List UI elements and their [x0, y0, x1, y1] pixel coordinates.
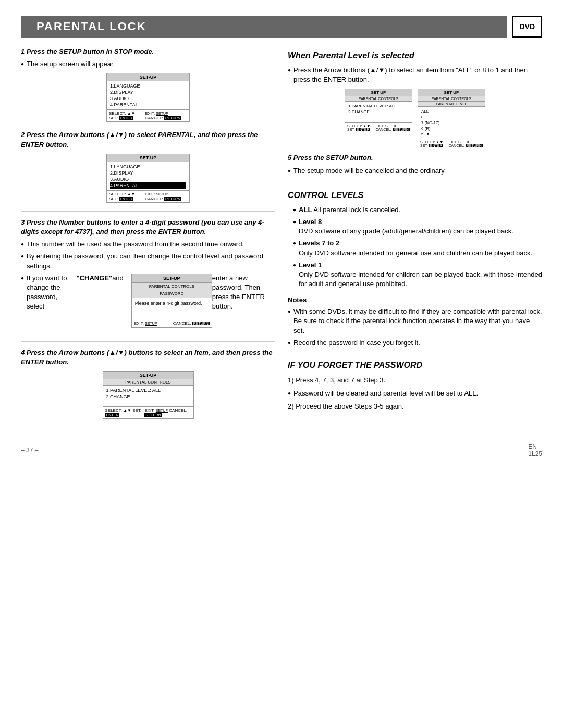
left-column: 1 Press the SETUP button in STOP mode. T…: [21, 47, 275, 427]
menu-item-highlighted: 4.PARENTAL: [110, 182, 186, 189]
ps-left-footer: SELECT: ▲▼ SET: ENTER EXIT: SETUP CANCEL…: [345, 122, 412, 132]
screen-footer-4: SELECT: ▲▼ SET: ENTER EXIT: SETUP CANCEL…: [103, 406, 193, 418]
notes-section: Notes With some DVDs, it may be difficul…: [288, 296, 542, 348]
footer-right: EXIT: SETUP CANCEL: RETURN: [375, 124, 410, 131]
pw-screen-subtitle1: PARENTAL CONTROLS: [132, 283, 212, 290]
footer-exit-2: EXIT: SETUP CANCEL: RETURN: [145, 192, 187, 201]
forget-step2: 2) Proceed the above Steps 3-5 again.: [288, 401, 542, 412]
when-parental-section: When Parental Level is selected Press th…: [288, 51, 542, 149]
step-4-num: 4: [21, 349, 25, 356]
footer-rr: EXIT: SETUP CANCEL: RETURN: [448, 140, 483, 147]
step-1-bullet: The setup screen will appear.: [21, 59, 275, 69]
footer-rl: SELECT: ▲▼ SET: ENTER: [420, 140, 448, 147]
page-header: PARENTAL LOCK DVD: [21, 16, 542, 38]
menu-item: 2.DISPLAY: [110, 89, 186, 95]
screen-body-4: 1.PARENTAL LEVEL: ALL 2.CHANGE: [103, 386, 193, 406]
parental-screens: SET-UP PARENTAL CONTROLS 1.PARENTAL LEVE…: [288, 89, 542, 149]
menu-item: 1.LANGUAGE: [110, 164, 186, 170]
level1-bullet: Level 1Only DVD software intended for ch…: [288, 261, 542, 289]
divider-3: [288, 184, 542, 184]
main-layout: 1 Press the SETUP button in STOP mode. T…: [21, 47, 542, 427]
footer-select-4: SELECT: ▲▼ SET: ENTER: [105, 408, 145, 417]
ps-right-body: ALL 8: 7.(NC-17) 6.(R) 5. ▼: [418, 107, 485, 139]
notes-bullet-1: With some DVDs, it may be difficult to f…: [288, 307, 542, 336]
step-5: 5 Press the SETUP button. The setup mode…: [288, 153, 542, 175]
footer-select-2: SELECT: ▲▼ SET: ENTER: [109, 192, 145, 201]
footer-exit: EXIT: SETUP CANCEL: RETURN: [145, 111, 187, 120]
level-5: 5. ▼: [421, 131, 482, 137]
level8-bullet: Level 8DVD software of any grade (adult/…: [288, 217, 542, 236]
screen-title-4: SET-UP: [103, 372, 193, 379]
step-3-num: 3: [21, 218, 25, 226]
step-4-text: 4 Press the Arrow buttons (▲/▼) buttons …: [21, 348, 275, 367]
setup-screen-1: SET-UP 1.LANGUAGE 2.DISPLAY 3.AUDIO 4.PA…: [106, 73, 190, 122]
menu-item: 1.PARENTAL LEVEL: ALL: [348, 103, 409, 109]
menu-item: 4.PARENTAL: [110, 102, 186, 108]
ps-right-subtitle1: PARENTAL CONTROLS: [418, 96, 485, 102]
screen-subtitle-4: PARENTAL CONTROLS: [103, 379, 193, 386]
screen-footer: SELECT: ▲▼ SET: ENTER EXIT: SETUP CANCEL…: [107, 109, 189, 121]
control-levels-section: CONTROL LEVELS ALL All parental lock is …: [288, 191, 542, 289]
page-title: PARENTAL LOCK: [21, 16, 507, 38]
all-bullet: ALL All parental lock is cancelled.: [288, 205, 542, 215]
screen-body: 1.LANGUAGE 2.DISPLAY 3.AUDIO 4.PARENTAL: [107, 81, 189, 109]
menu-item: 2.CHANGE: [348, 109, 409, 115]
step-3-text: 3 Press the Number buttons to enter a 4-…: [21, 218, 275, 237]
divider-1: [21, 211, 275, 212]
level-all: ALL: [421, 108, 482, 114]
ps-right-footer: SELECT: ▲▼ SET: ENTER EXIT: SETUP CANCEL…: [418, 139, 485, 149]
when-parental-bullet: Press the Arrow buttons (▲/▼) to select …: [288, 66, 542, 84]
pw-screen-body: Please enter a 4-digit password. ----: [132, 298, 212, 319]
menu-item: 2.DISPLAY: [110, 170, 186, 176]
setup-screen-2: SET-UP 1.LANGUAGE 2.DISPLAY 3.AUDIO 4.PA…: [106, 154, 190, 203]
step-3-bullet-2: By entering the password, you can then c…: [21, 252, 275, 270]
step-3-bullet-1: This number will be used as the password…: [21, 240, 275, 249]
menu-item: 3.AUDIO: [110, 95, 186, 102]
pw-screen-title: SET-UP: [132, 274, 212, 283]
page-footer: – 37 – EN1L25: [21, 443, 542, 458]
ps-left-subtitle: PARENTAL CONTROLS: [345, 96, 412, 102]
ps-right-title: SET-UP: [418, 89, 485, 96]
levels7to2-bullet: Levels 7 to 2Only DVD software intended …: [288, 239, 542, 257]
forget-password-section: IF YOU FORGET THE PASSWORD 1) Press 4, 7…: [288, 361, 542, 411]
screen-footer-2: SELECT: ▲▼ SET: ENTER EXIT: SETUP CANCEL…: [107, 190, 189, 202]
level-7: 7.(NC-17): [421, 120, 482, 126]
ps-left-body: 1.PARENTAL LEVEL: ALL 2.CHANGE: [345, 102, 412, 122]
forget-step1: 1) Press 4, 7, 3, and 7 at Step 3.: [288, 375, 542, 386]
control-levels-heading: CONTROL LEVELS: [288, 191, 542, 200]
setup-screen-4: SET-UP PARENTAL CONTROLS 1.PARENTAL LEVE…: [103, 371, 194, 419]
ps-right-subtitle2: PARENTAL LEVEL: [418, 102, 485, 107]
footer-page-num: – 37 –: [21, 447, 38, 454]
footer-select: SELECT: ▲▼ SET: ENTER: [109, 111, 145, 120]
step-5-bullet: The setup mode will be cancelled and the…: [288, 166, 542, 176]
step-2-num: 2: [21, 131, 25, 139]
level8-label-text: Level 8DVD software of any grade (adult/…: [299, 217, 513, 236]
pw-screen-footer: EXIT: SETUP CANCEL: RETURN: [132, 319, 212, 327]
pw-dots: ----: [135, 307, 209, 315]
step-3: 3 Press the Number buttons to enter a 4-…: [21, 218, 275, 333]
level-6: 6.(R): [421, 126, 482, 131]
step-4: 4 Press the Arrow buttons (▲/▼) buttons …: [21, 348, 275, 419]
step-5-text: 5 Press the SETUP button.: [288, 153, 542, 163]
footer-exit-4: EXIT: SETUP CANCEL: RETURN: [144, 408, 191, 417]
ps-left-title: SET-UP: [345, 89, 412, 96]
footer-info: EN1L25: [528, 443, 542, 458]
right-column: When Parental Level is selected Press th…: [288, 47, 542, 427]
menu-item: 1.LANGUAGE: [110, 83, 186, 89]
divider-2: [21, 341, 275, 342]
menu-item: 3.AUDIO: [110, 176, 186, 182]
forget-password-heading: IF YOU FORGET THE PASSWORD: [288, 361, 542, 370]
parental-screen-left: SET-UP PARENTAL CONTROLS 1.PARENTAL LEVE…: [345, 89, 412, 149]
screen-title-2: SET-UP: [107, 154, 189, 162]
notes-bullet-2: Record the password in case you forget i…: [288, 338, 542, 348]
level1-label-text: Level 1Only DVD software intended for ch…: [299, 261, 542, 289]
forget-bullet1: Password will be cleared and parental le…: [288, 389, 542, 398]
menu-item: 2.CHANGE: [106, 393, 190, 400]
dvd-badge: DVD: [512, 16, 542, 38]
divider-4: [288, 354, 542, 354]
menu-item: 1.PARENTAL LEVEL: ALL: [106, 387, 190, 393]
step-1-text: 1 Press the SETUP button in STOP mode.: [21, 47, 275, 56]
notes-title: Notes: [288, 296, 542, 304]
step-2-text: 2 Press the Arrow buttons (▲/▼) to selec…: [21, 130, 275, 149]
all-label-text: ALL All parental lock is cancelled.: [299, 205, 400, 215]
